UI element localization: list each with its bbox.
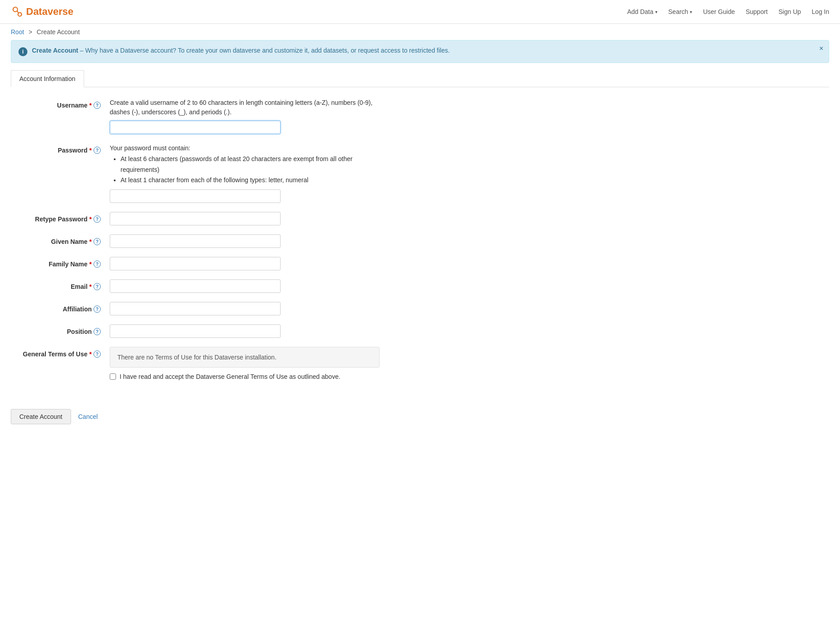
terms-control-col: There are no Terms of Use for this Datav… — [110, 347, 380, 380]
form-row-given-name: Given Name * ? — [11, 234, 829, 248]
username-required-star: * — [89, 102, 92, 109]
retype-password-input[interactable] — [110, 212, 281, 225]
form-row-affiliation: Affiliation ? — [11, 302, 829, 315]
given-name-required-star: * — [89, 238, 92, 245]
given-name-input[interactable] — [110, 234, 281, 248]
password-hint-2: At least 1 character from each of the fo… — [121, 175, 380, 186]
breadcrumb: Root > Create Account — [0, 24, 840, 40]
email-input[interactable] — [110, 279, 281, 293]
position-help-icon[interactable]: ? — [94, 328, 101, 335]
retype-password-label-col: Retype Password * ? — [11, 212, 110, 223]
affiliation-control-col — [110, 302, 380, 315]
family-name-input[interactable] — [110, 257, 281, 270]
breadcrumb-root[interactable]: Root — [11, 28, 24, 36]
tabs-container: Account Information — [11, 70, 829, 87]
password-label: Password — [58, 147, 87, 154]
banner-close-button[interactable]: × — [819, 45, 823, 52]
family-name-help-icon[interactable]: ? — [94, 261, 101, 268]
given-name-label-col: Given Name * ? — [11, 234, 110, 245]
retype-password-help-icon[interactable]: ? — [94, 216, 101, 223]
username-control-col: Create a valid username of 2 to 60 chara… — [110, 98, 380, 134]
form-row-family-name: Family Name * ? — [11, 257, 829, 270]
nav-sign-up[interactable]: Sign Up — [778, 8, 801, 15]
form-row-password: Password * ? Your password must contain:… — [11, 143, 829, 203]
email-required-star: * — [89, 283, 92, 290]
affiliation-label-col: Affiliation ? — [11, 302, 110, 313]
email-label: Email — [71, 283, 87, 290]
terms-label-col: General Terms of Use * ? — [11, 347, 110, 358]
add-data-chevron-icon: ▾ — [655, 9, 657, 14]
retype-password-control-col — [110, 212, 380, 225]
tab-account-information[interactable]: Account Information — [11, 70, 84, 87]
nav-add-data-label: Add Data — [627, 8, 653, 15]
terms-checkbox-label[interactable]: I have read and accept the Dataverse Gen… — [120, 373, 340, 380]
breadcrumb-current: Create Account — [37, 28, 80, 36]
form-row-terms: General Terms of Use * ? There are no Te… — [11, 347, 829, 380]
terms-checkbox-row: I have read and accept the Dataverse Gen… — [110, 373, 380, 380]
username-help-icon[interactable]: ? — [94, 102, 101, 109]
affiliation-input[interactable] — [110, 302, 281, 315]
family-name-label-col: Family Name * ? — [11, 257, 110, 268]
terms-help-icon[interactable]: ? — [94, 350, 101, 358]
password-label-col: Password * ? — [11, 143, 110, 154]
create-account-button[interactable]: Create Account — [11, 409, 71, 424]
terms-text-box: There are no Terms of Use for this Datav… — [110, 347, 380, 368]
given-name-help-icon[interactable]: ? — [94, 238, 101, 245]
position-control-col — [110, 324, 380, 338]
nav-support[interactable]: Support — [746, 8, 768, 15]
svg-line-2 — [17, 11, 18, 13]
banner-text: Create Account – Why have a Dataverse ac… — [32, 47, 450, 54]
family-name-label: Family Name — [49, 261, 87, 268]
form-row-username: Username * ? Create a valid username of … — [11, 98, 829, 134]
form-row-retype-password: Retype Password * ? — [11, 212, 829, 225]
password-help-icon[interactable]: ? — [94, 147, 101, 154]
affiliation-label: Affiliation — [63, 306, 92, 313]
email-control-col — [110, 279, 380, 293]
username-hint: Create a valid username of 2 to 60 chara… — [110, 98, 380, 117]
password-hint-intro: Your password must contain: — [110, 144, 190, 152]
password-input[interactable] — [110, 189, 281, 203]
password-required-star: * — [89, 147, 92, 154]
given-name-label: Given Name — [51, 238, 88, 245]
form-footer: Create Account Cancel — [11, 409, 829, 424]
position-label-col: Position ? — [11, 324, 110, 335]
banner-title: Create Account — [32, 47, 78, 54]
position-label: Position — [67, 328, 92, 335]
breadcrumb-separator: > — [28, 28, 32, 36]
nav-links: Add Data ▾ Search ▾ User Guide Support S… — [627, 8, 829, 15]
affiliation-help-icon[interactable]: ? — [94, 306, 101, 313]
svg-point-1 — [18, 13, 22, 16]
info-icon: i — [18, 47, 27, 56]
username-label: Username — [57, 102, 88, 109]
brand-logo[interactable]: Dataverse — [11, 5, 73, 18]
family-name-control-col — [110, 257, 380, 270]
position-input[interactable] — [110, 324, 281, 338]
navbar: Dataverse Add Data ▾ Search ▾ User Guide… — [0, 0, 840, 24]
banner-body: – Why have a Dataverse account? To creat… — [78, 47, 450, 54]
terms-accept-checkbox[interactable] — [110, 373, 116, 380]
retype-password-label: Retype Password — [35, 216, 88, 223]
given-name-control-col — [110, 234, 380, 248]
nav-user-guide[interactable]: User Guide — [703, 8, 735, 15]
form-row-email: Email * ? — [11, 279, 829, 293]
form-container: Username * ? Create a valid username of … — [11, 98, 829, 398]
cancel-button[interactable]: Cancel — [78, 413, 98, 420]
email-label-col: Email * ? — [11, 279, 110, 290]
terms-label: General Terms of Use — [23, 350, 88, 358]
nav-add-data[interactable]: Add Data ▾ — [627, 8, 657, 15]
username-label-col: Username * ? — [11, 98, 110, 109]
username-input[interactable] — [110, 121, 281, 134]
family-name-required-star: * — [89, 261, 92, 268]
password-hints: Your password must contain: At least 6 c… — [110, 143, 380, 186]
search-chevron-icon: ▾ — [690, 9, 692, 14]
info-banner: i Create Account – Why have a Dataverse … — [11, 40, 829, 63]
retype-required-star: * — [89, 216, 92, 223]
password-control-col: Your password must contain: At least 6 c… — [110, 143, 380, 203]
form-row-position: Position ? — [11, 324, 829, 338]
email-help-icon[interactable]: ? — [94, 283, 101, 290]
nav-search-label: Search — [668, 8, 688, 15]
nav-log-in[interactable]: Log In — [812, 8, 829, 15]
nav-search[interactable]: Search ▾ — [668, 8, 692, 15]
terms-required-star: * — [89, 350, 92, 358]
brand-name: Dataverse — [26, 6, 73, 18]
